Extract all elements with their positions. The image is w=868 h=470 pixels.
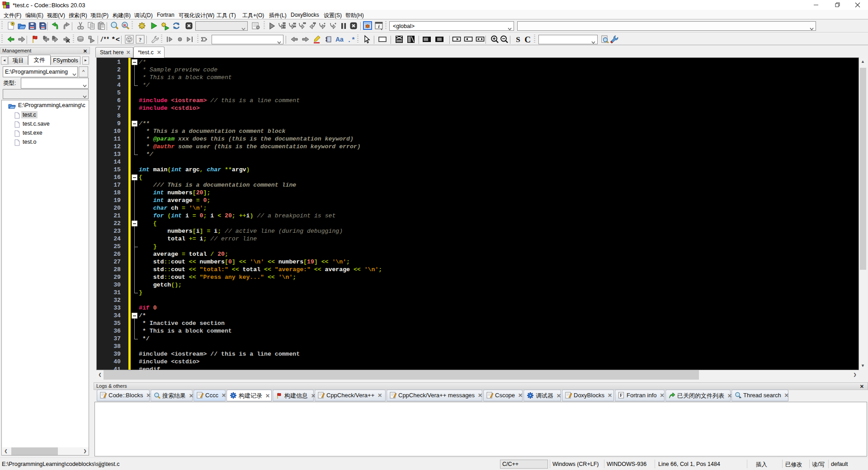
- svg-text:.*: .*: [347, 37, 355, 44]
- svg-text:S: S: [516, 35, 520, 44]
- svg-text:?: ?: [139, 36, 142, 43]
- svg-text:Aa: Aa: [335, 36, 344, 43]
- svg-text:/**: /**: [100, 36, 109, 43]
- svg-text:F: F: [620, 393, 623, 398]
- svg-text:R: R: [123, 23, 127, 28]
- svg-text:*<: *<: [111, 36, 120, 43]
- svg-text:C: C: [524, 35, 531, 44]
